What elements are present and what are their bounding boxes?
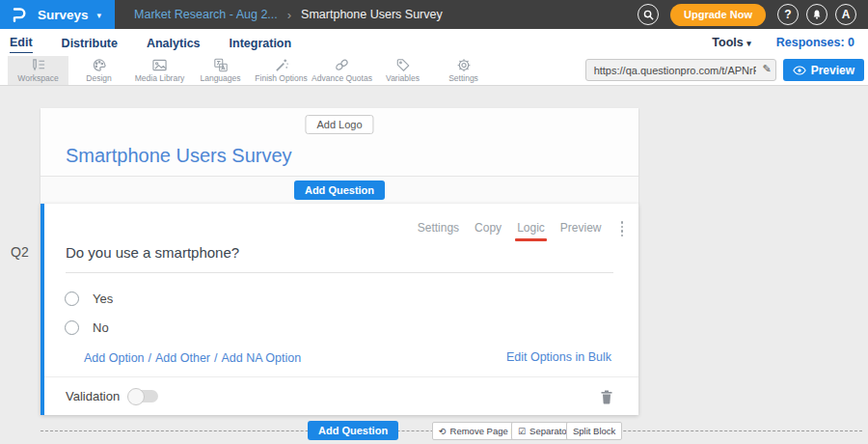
toolbar-label: Variables: [386, 73, 420, 83]
question-mark-icon: ?: [784, 8, 791, 21]
questionpro-logo-icon: [10, 5, 29, 24]
question-tab-copy[interactable]: Copy: [475, 221, 502, 236]
toolbar-item-design[interactable]: Design: [68, 56, 129, 85]
add-option-link[interactable]: Add Option: [84, 351, 145, 365]
option-label-yes[interactable]: Yes: [93, 291, 113, 306]
toolbar-item-advance-quotas[interactable]: Advance Quotas: [312, 56, 372, 85]
add-question-band-top: Add Question: [41, 177, 638, 204]
tools-label: Tools: [712, 36, 743, 49]
toolbar-label: Finish Options: [255, 73, 307, 83]
link-separator: /: [214, 351, 217, 365]
toolbar-item-workspace[interactable]: Workspace: [8, 56, 68, 85]
tab-edit[interactable]: Edit: [10, 32, 33, 53]
answer-option-row[interactable]: No: [65, 320, 109, 335]
toolbar-label: Advance Quotas: [312, 73, 372, 83]
gear-icon: [456, 58, 472, 72]
tab-distribute[interactable]: Distribute: [62, 33, 118, 53]
toggle-knob: [127, 388, 145, 405]
question-tab-settings[interactable]: Settings: [418, 221, 459, 236]
toolbar-label: Design: [86, 73, 111, 83]
breadcrumb-current: Smartphone Users Survey: [301, 8, 443, 21]
separator-label: Separator: [529, 426, 570, 436]
question-text[interactable]: Do you use a smartphone?: [66, 244, 239, 261]
image-icon: [151, 58, 168, 72]
option-label-no[interactable]: No: [93, 320, 109, 335]
chevron-down-icon: ▾: [97, 11, 102, 20]
notifications-button[interactable]: [806, 4, 827, 25]
question-tab-logic[interactable]: Logic: [517, 221, 545, 236]
tag-icon: [395, 58, 411, 72]
toolbar-item-variables[interactable]: Variables: [372, 56, 433, 85]
answer-option-row[interactable]: Yes: [65, 291, 113, 306]
add-question-button-bottom[interactable]: Add Question: [308, 421, 398, 440]
tab-analytics[interactable]: Analytics: [147, 33, 201, 53]
radio-icon[interactable]: [65, 320, 79, 335]
toolbar-label: Languages: [200, 73, 240, 83]
responses-count[interactable]: Responses: 0: [776, 36, 854, 49]
question-block: Settings Copy Logic Preview Do you use a…: [41, 204, 638, 415]
palette-icon: [92, 58, 107, 72]
survey-title[interactable]: Smartphone Users Survey: [66, 145, 292, 167]
help-button[interactable]: ?: [777, 4, 799, 25]
toolbar-label: Settings: [448, 73, 478, 83]
breadcrumb-parent[interactable]: Market Research - Aug 2...: [134, 8, 278, 21]
option-links-row: Add Option/Add Other/Add NA Option Edit …: [84, 348, 611, 366]
upgrade-now-button[interactable]: Upgrade Now: [670, 4, 766, 26]
link-separator: /: [149, 351, 151, 365]
product-menu[interactable]: Surveys ▾: [0, 0, 115, 29]
breadcrumb-separator-icon: ›: [287, 8, 291, 22]
trash-icon: [600, 389, 613, 404]
toolbar-label: Workspace: [17, 73, 58, 83]
survey-url-input[interactable]: [585, 59, 776, 81]
editor-toolbar: Workspace Design Media Library Languages: [0, 56, 868, 86]
survey-header-card: Add Logo Smartphone Users Survey Add Que…: [41, 108, 638, 204]
validation-toggle[interactable]: [129, 390, 158, 402]
split-block-label: Split Block: [573, 426, 615, 436]
edit-url-pencil-icon[interactable]: ✎: [762, 63, 771, 75]
editor-canvas: Q2 Add Logo Smartphone Users Survey Add …: [0, 86, 868, 444]
product-menu-label: Surveys: [38, 8, 89, 22]
option-add-links: Add Option/Add Other/Add NA Option: [84, 348, 301, 366]
kebab-menu-icon[interactable]: [619, 219, 626, 238]
eye-icon: [793, 66, 806, 75]
add-other-link[interactable]: Add Other: [155, 351, 210, 365]
question-number: Q2: [11, 244, 29, 260]
radio-icon[interactable]: [65, 291, 79, 306]
magic-wand-icon: [274, 58, 289, 72]
validation-label: Validation: [66, 389, 120, 403]
delete-question-button[interactable]: [600, 389, 613, 404]
breadcrumb: Market Research - Aug 2... › Smartphone …: [134, 8, 443, 22]
tab-integration[interactable]: Integration: [230, 33, 292, 53]
preview-button[interactable]: Preview: [783, 59, 864, 81]
search-icon: [642, 9, 655, 21]
toolbar-item-finish-options[interactable]: Finish Options: [251, 56, 312, 85]
separator-checkbox-icon: ☑: [518, 427, 526, 436]
avatar-initial: A: [842, 8, 851, 21]
add-question-button-top[interactable]: Add Question: [294, 180, 385, 200]
nav-right: Tools ▾ Responses: 0: [712, 36, 854, 49]
topbar-actions: Upgrade Now ? A: [637, 4, 868, 26]
toolbar-item-languages[interactable]: Languages: [190, 56, 251, 85]
chain-links-icon: [334, 58, 350, 72]
edit-options-in-bulk-link[interactable]: Edit Options in Bulk: [506, 350, 611, 364]
add-na-option-link[interactable]: Add NA Option: [222, 351, 302, 365]
validation-row: Validation: [44, 376, 638, 415]
toolbar-item-media-library[interactable]: Media Library: [129, 56, 190, 85]
question-text-underline: [66, 272, 613, 273]
search-button[interactable]: [637, 4, 659, 25]
survey-link-group: ✎ Preview: [585, 59, 864, 81]
toolbar-item-settings[interactable]: Settings: [433, 56, 494, 85]
survey-url-box: ✎: [585, 59, 776, 81]
bell-icon: [811, 9, 823, 20]
page-break-row: Add Question ⟲ Remove Page Break ☑ Separ…: [0, 422, 868, 443]
tools-menu[interactable]: Tools ▾: [712, 36, 750, 49]
workspace-icon: [30, 58, 46, 72]
toolbar-label: Media Library: [135, 73, 185, 83]
preview-label: Preview: [811, 64, 854, 77]
top-bar: Surveys ▾ Market Research - Aug 2... › S…: [0, 0, 868, 29]
split-block-button[interactable]: Split Block: [566, 422, 622, 440]
add-logo-button[interactable]: Add Logo: [305, 115, 373, 134]
user-avatar[interactable]: A: [835, 4, 856, 25]
question-tab-preview[interactable]: Preview: [560, 221, 602, 236]
survey-nav: Edit Distribute Analytics Integration To…: [0, 29, 868, 56]
